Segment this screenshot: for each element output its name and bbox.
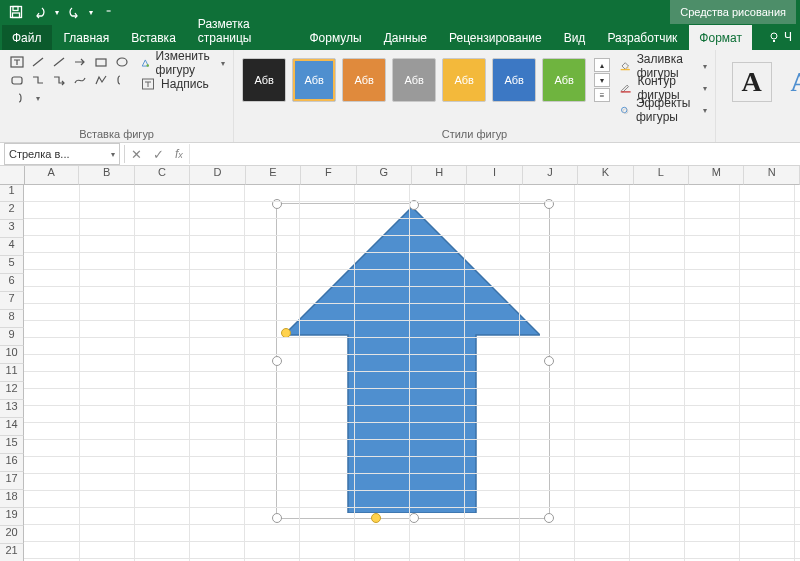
group-wordart: A A	[716, 50, 800, 142]
tab-review[interactable]: Рецензирование	[439, 25, 552, 50]
row-header[interactable]: 4	[0, 238, 24, 256]
shape-roundrect-icon[interactable]	[8, 72, 26, 88]
column-header[interactable]: G	[357, 166, 412, 185]
shape-brace2-icon[interactable]	[8, 90, 26, 106]
namebox-dropdown-icon[interactable]: ▾	[111, 150, 115, 159]
column-header[interactable]: F	[301, 166, 356, 185]
enter-formula-icon[interactable]: ✓	[147, 144, 169, 164]
row-header[interactable]: 15	[0, 436, 24, 454]
adjust-handle-bottom[interactable]	[371, 513, 381, 523]
shape-gallery[interactable]: ▾	[8, 54, 131, 106]
tab-developer[interactable]: Разработчик	[597, 25, 687, 50]
text-box-button[interactable]: Надпись	[141, 75, 225, 93]
row-header[interactable]: 16	[0, 454, 24, 472]
row-header[interactable]: 10	[0, 346, 24, 364]
tab-page-layout[interactable]: Разметка страницы	[188, 11, 298, 50]
row-header[interactable]: 17	[0, 472, 24, 490]
formula-input[interactable]	[189, 144, 800, 164]
tab-formulas[interactable]: Формулы	[299, 25, 371, 50]
shape-line-icon[interactable]	[50, 54, 68, 70]
resize-handle-e[interactable]	[544, 356, 554, 366]
shape-more-icon[interactable]: ▾	[29, 90, 47, 106]
column-header[interactable]: N	[744, 166, 799, 185]
shape-elbow-icon[interactable]	[29, 72, 47, 88]
tab-insert[interactable]: Вставка	[121, 25, 186, 50]
shape-arrow-icon[interactable]	[71, 54, 89, 70]
row-header[interactable]: 18	[0, 490, 24, 508]
redo-icon[interactable]	[62, 2, 86, 22]
tab-view[interactable]: Вид	[554, 25, 596, 50]
row-header[interactable]: 2	[0, 202, 24, 220]
column-header[interactable]: E	[246, 166, 301, 185]
redo-dropdown-icon[interactable]: ▾	[86, 2, 96, 22]
row-header[interactable]: 1	[0, 184, 24, 202]
save-icon[interactable]	[4, 2, 28, 22]
style-swatch-3[interactable]: Абв	[392, 58, 436, 102]
column-header[interactable]: C	[135, 166, 190, 185]
tab-home[interactable]: Главная	[54, 25, 120, 50]
row-header[interactable]: 14	[0, 418, 24, 436]
row-header[interactable]: 21	[0, 544, 24, 561]
row-header[interactable]: 13	[0, 400, 24, 418]
row-header[interactable]: 8	[0, 310, 24, 328]
tell-me[interactable]: Ч	[762, 24, 798, 50]
row-header[interactable]: 20	[0, 526, 24, 544]
row-header[interactable]: 5	[0, 256, 24, 274]
style-swatch-4[interactable]: Абв	[442, 58, 486, 102]
edit-shape-button[interactable]: Изменить фигуру▾	[141, 54, 225, 72]
undo-icon[interactable]	[28, 2, 52, 22]
tab-data[interactable]: Данные	[374, 25, 437, 50]
column-header[interactable]: I	[467, 166, 522, 185]
tab-format[interactable]: Формат	[689, 25, 752, 50]
svg-point-12	[622, 107, 627, 112]
shape-freeform-icon[interactable]	[92, 72, 110, 88]
tab-file[interactable]: Файл	[2, 25, 52, 50]
row-header[interactable]: 9	[0, 328, 24, 346]
column-header[interactable]: K	[578, 166, 633, 185]
shape-elbow-arrow-icon[interactable]	[50, 72, 68, 88]
undo-dropdown-icon[interactable]: ▾	[52, 2, 62, 22]
resize-handle-se[interactable]	[544, 513, 554, 523]
column-header[interactable]: M	[689, 166, 744, 185]
shape-outline-button[interactable]: Контур фигуры▾	[620, 78, 707, 98]
style-swatch-2[interactable]: Абв	[342, 58, 386, 102]
shape-fill-button[interactable]: Заливка фигуры▾	[620, 56, 707, 76]
resize-handle-s[interactable]	[409, 513, 419, 523]
row-header[interactable]: 7	[0, 292, 24, 310]
shape-brace-icon[interactable]	[113, 72, 131, 88]
shape-rect-icon[interactable]	[92, 54, 110, 70]
gallery-more-icon[interactable]: ≡	[594, 88, 610, 102]
style-swatch-1[interactable]: Абв	[292, 58, 336, 102]
row-header[interactable]: 3	[0, 220, 24, 238]
shape-curve-icon[interactable]	[71, 72, 89, 88]
shape-textbox-icon[interactable]	[8, 54, 26, 70]
column-header[interactable]: A	[24, 166, 79, 185]
qat-customize-icon[interactable]: ⁼	[96, 2, 120, 22]
fx-icon[interactable]: fx	[169, 147, 189, 161]
resize-handle-w[interactable]	[272, 356, 282, 366]
name-box[interactable]: Стрелка в... ▾	[4, 143, 120, 165]
wordart-style-0[interactable]: A	[732, 62, 772, 102]
shape-oval-icon[interactable]	[113, 54, 131, 70]
row-header[interactable]: 12	[0, 382, 24, 400]
style-swatch-6[interactable]: Абв	[542, 58, 586, 102]
shape-line-icon[interactable]	[29, 54, 47, 70]
column-header[interactable]: H	[412, 166, 467, 185]
wordart-style-1[interactable]: A	[782, 63, 800, 101]
column-header[interactable]: B	[79, 166, 134, 185]
column-header[interactable]: J	[523, 166, 578, 185]
gallery-up-icon[interactable]: ▴	[594, 58, 610, 72]
row-header[interactable]: 6	[0, 274, 24, 292]
style-swatch-0[interactable]: Абв	[242, 58, 286, 102]
cells-area[interactable]	[24, 184, 800, 561]
column-header[interactable]: L	[634, 166, 689, 185]
cancel-formula-icon[interactable]: ✕	[125, 144, 147, 164]
resize-handle-sw[interactable]	[272, 513, 282, 523]
shape-effects-button[interactable]: Эффекты фигуры▾	[620, 100, 707, 120]
column-header[interactable]: D	[190, 166, 245, 185]
style-swatch-5[interactable]: Абв	[492, 58, 536, 102]
gallery-down-icon[interactable]: ▾	[594, 73, 610, 87]
row-header[interactable]: 11	[0, 364, 24, 382]
row-header[interactable]: 19	[0, 508, 24, 526]
select-all-corner[interactable]	[0, 166, 25, 185]
